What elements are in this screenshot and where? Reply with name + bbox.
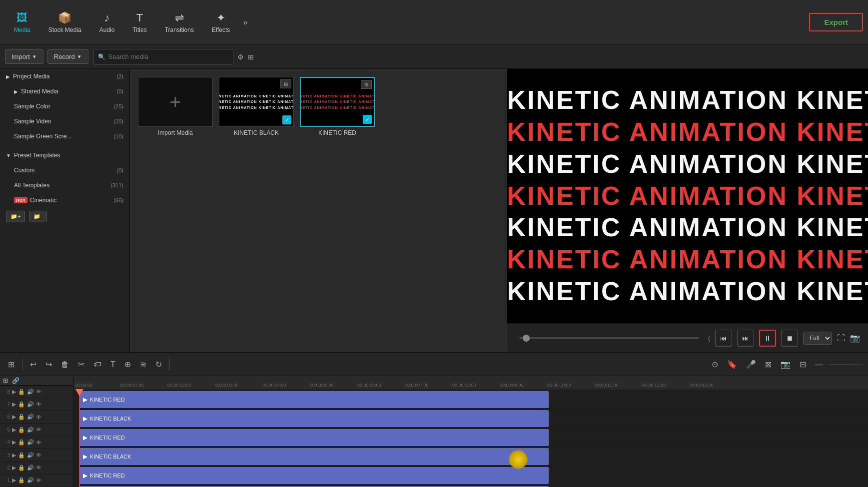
delete-folder-button[interactable]: 📁- <box>29 211 47 222</box>
toolbar-expand[interactable]: » <box>241 16 249 29</box>
sidebar-item-all-templates[interactable]: All Templates (311) <box>0 178 129 193</box>
track-5-lock[interactable]: 🔒 <box>18 427 25 433</box>
track-1-play[interactable]: ▶ <box>12 477 16 484</box>
media-item-kinetic-black[interactable]: ⊞ KINETIC ANIMATION KINETIC ANIMATIOKINE… <box>219 77 294 136</box>
track-2-eye[interactable]: 👁 <box>36 465 41 471</box>
track-1-lock[interactable]: 🔒 <box>18 477 25 484</box>
clip-kinetic-black-7[interactable]: ▶ KINETIC BLACK <box>79 410 549 427</box>
loop-button[interactable]: ↻ <box>152 358 165 371</box>
mix-button[interactable]: ⊠ <box>762 358 775 371</box>
tl-sep-2 <box>169 359 170 371</box>
timeline-grid-button[interactable]: ⊞ <box>5 358 17 371</box>
toolbar-stock-label: Stock Media <box>48 26 81 33</box>
sidebar-item-preset-templates[interactable]: ▼ Preset Templates <box>0 148 129 163</box>
track-5-play[interactable]: ▶ <box>12 427 16 433</box>
camera-icon[interactable]: 📷 <box>850 333 860 343</box>
text-button[interactable]: T <box>107 358 118 371</box>
search-box[interactable]: 🔍 <box>93 49 233 65</box>
track-4-lock[interactable]: 🔒 <box>18 439 25 446</box>
grid-view-icon[interactable]: ⊞ <box>248 53 254 61</box>
toolbar-transitions[interactable]: ⇌ Transitions <box>156 7 203 37</box>
track-3-eye[interactable]: 👁 <box>36 452 41 458</box>
zoom-slider[interactable]: ──────── <box>829 361 863 368</box>
sidebar-item-shared-media[interactable]: ▶ Shared Media (0) <box>0 84 129 99</box>
timeline-tracks[interactable]: 00:00:00 00:00:01:00 00:00:02:00 00:00:0… <box>74 376 868 487</box>
cursor-button[interactable]: ⊙ <box>709 358 721 371</box>
toolbar-stock-media[interactable]: 📦 Stock Media <box>39 7 90 37</box>
record-button[interactable]: Record ▼ <box>47 49 88 64</box>
playhead[interactable] <box>79 390 80 487</box>
crop-button[interactable]: ⊕ <box>121 358 134 371</box>
track-5-eye[interactable]: 👁 <box>36 427 41 433</box>
clip-kinetic-red-6[interactable]: ▶ KINETIC RED <box>79 429 549 446</box>
clip-play-icon-7: ▶ <box>83 415 87 422</box>
track-6-play[interactable]: ▶ <box>12 414 16 420</box>
mic-button[interactable]: 🎤 <box>743 358 759 371</box>
preview-scrubber[interactable] <box>519 337 699 339</box>
webcam-button[interactable]: 📷 <box>778 358 794 371</box>
fullscreen-icon[interactable]: ⛶ <box>837 334 845 343</box>
redo-button[interactable]: ↪ <box>42 358 55 371</box>
zoom-out-button[interactable]: — <box>812 358 826 371</box>
import-button[interactable]: Import ▼ <box>5 49 43 64</box>
bookmark-button[interactable]: 🔖 <box>724 358 740 371</box>
toolbar-titles[interactable]: T Titles <box>123 7 155 37</box>
kinetic-black-label: KINETIC BLACK <box>234 129 279 136</box>
link-icon[interactable]: 🔗 <box>12 377 19 384</box>
track-1-audio[interactable]: 🔊 <box>27 477 34 484</box>
step-back-button[interactable]: ⏭ <box>737 330 754 347</box>
clip-kinetic-red-4[interactable]: ▶ KINETIC RED <box>79 467 549 484</box>
new-folder-button[interactable]: 📁+ <box>6 211 25 222</box>
sidebar-item-sample-green[interactable]: Sample Green Scre... (10) <box>0 129 129 144</box>
track-6-lock[interactable]: 🔒 <box>18 414 25 420</box>
track-7-lock[interactable]: 🔒 <box>18 401 25 408</box>
filter-icon[interactable]: ⚙ <box>237 53 244 61</box>
audio-button[interactable]: ≋ <box>137 358 149 371</box>
toolbar-audio[interactable]: ♪ Audio <box>90 7 124 37</box>
sidebar-item-project-media[interactable]: ▶ Project Media (2) <box>0 69 129 84</box>
track-1-eye[interactable]: 👁 <box>36 478 41 484</box>
media-item-import[interactable]: + Import Media <box>138 77 213 136</box>
track-6-eye[interactable]: 👁 <box>36 414 41 420</box>
track-5-audio[interactable]: 🔊 <box>27 427 34 433</box>
track-8-audio[interactable]: 🔊 <box>27 389 34 395</box>
search-input[interactable] <box>108 53 229 60</box>
clip-kinetic-black-5[interactable]: ▶ KINETIC BLACK <box>79 448 549 465</box>
toolbar-effects[interactable]: ✦ Effects <box>203 7 239 37</box>
sidebar-item-sample-video[interactable]: Sample Video (20) <box>0 114 129 129</box>
track-3-audio[interactable]: 🔊 <box>27 452 34 459</box>
quality-select[interactable]: Full <box>803 332 832 345</box>
media-item-kinetic-red[interactable]: ⊞ KINETIC ANIMATION KINETIC ANIMATIOKINE… <box>300 77 375 136</box>
undo-button[interactable]: ↩ <box>27 358 39 371</box>
track-2-lock[interactable]: 🔒 <box>18 465 25 471</box>
track-3-play[interactable]: ▶ <box>12 452 16 459</box>
toolbar-media-label: Media <box>14 26 30 33</box>
export-button[interactable]: Export <box>809 13 863 31</box>
track-7-eye[interactable]: 👁 <box>36 401 41 407</box>
expand-button[interactable]: ⊟ <box>797 358 809 371</box>
track-6-audio[interactable]: 🔊 <box>27 414 34 420</box>
clip-kinetic-red-8[interactable]: ▶ KINETIC RED <box>79 391 549 408</box>
track-4-audio[interactable]: 🔊 <box>27 439 34 446</box>
tag-button[interactable]: 🏷 <box>90 358 104 371</box>
track-3-lock[interactable]: 🔒 <box>18 452 25 459</box>
track-8-eye[interactable]: 👁 <box>36 389 41 395</box>
add-track-icon[interactable]: ⊞ <box>3 377 8 384</box>
track-7-play[interactable]: ▶ <box>12 401 16 408</box>
rewind-button[interactable]: ⏮ <box>715 330 732 347</box>
sidebar-item-sample-color[interactable]: Sample Color (25) <box>0 99 129 114</box>
sidebar-item-cinematic[interactable]: HOT Cinematic (66) <box>0 193 129 208</box>
delete-button[interactable]: 🗑 <box>58 358 72 371</box>
track-8-play[interactable]: ▶ <box>12 389 16 395</box>
cut-button[interactable]: ✂ <box>75 358 87 371</box>
sidebar-item-custom[interactable]: Custom (0) <box>0 163 129 178</box>
track-4-eye[interactable]: 👁 <box>36 440 41 446</box>
track-2-audio[interactable]: 🔊 <box>27 465 34 471</box>
track-7-audio[interactable]: 🔊 <box>27 401 34 408</box>
stop-button[interactable]: ⏹ <box>781 330 798 347</box>
track-4-play[interactable]: ▶ <box>12 439 16 446</box>
track-8-lock[interactable]: 🔒 <box>18 389 25 395</box>
toolbar-media[interactable]: 🖼 Media <box>5 7 39 37</box>
pause-button[interactable]: ⏸ <box>759 330 776 347</box>
track-2-play[interactable]: ▶ <box>12 465 16 471</box>
